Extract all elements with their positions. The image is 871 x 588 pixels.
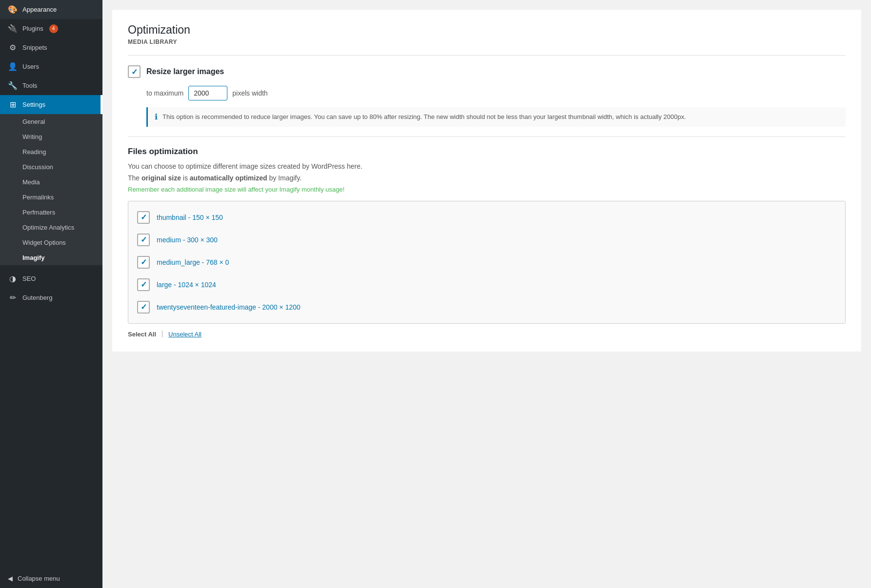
page-title: Optimization <box>128 23 846 37</box>
submenu-imagify[interactable]: Imagify <box>0 250 102 265</box>
desc2-auto: automatically optimized <box>190 174 267 182</box>
list-item: thumbnail - 150 × 150 <box>128 206 845 229</box>
sidebar: 🎨 Appearance 🔌 Plugins 4 ⚙ Snippets 👤 Us… <box>0 0 102 588</box>
file-name: thumbnail - 150 × 150 <box>157 214 223 221</box>
desc2-prefix: The <box>128 174 142 182</box>
sidebar-item-label: SEO <box>22 275 36 282</box>
sidebar-item-seo[interactable]: ◑ SEO <box>0 269 102 288</box>
submenu-optimize-analytics[interactable]: Optimize Analytics <box>0 220 102 235</box>
pixels-input[interactable] <box>188 86 227 100</box>
list-item: medium - 300 × 300 <box>128 229 845 251</box>
list-item: twentyseventeen-featured-image - 2000 × … <box>128 296 845 318</box>
desc2-suffix: by Imagify. <box>267 174 302 182</box>
sidebar-item-tools[interactable]: 🔧 Tools <box>0 76 102 95</box>
list-item: medium_large - 768 × 0 <box>128 251 845 274</box>
file-checkbox[interactable] <box>137 256 150 269</box>
plugins-icon: 🔌 <box>8 24 18 33</box>
sidebar-item-label: Plugins <box>22 25 43 32</box>
file-name: twentyseventeen-featured-image - 2000 × … <box>157 303 301 311</box>
to-maximum-label: to maximum <box>146 89 183 97</box>
file-checkbox[interactable] <box>137 234 150 246</box>
select-all-row: Select All Unselect All <box>128 324 846 338</box>
users-icon: 👤 <box>8 62 18 71</box>
appearance-icon: 🎨 <box>8 5 18 14</box>
desc2-middle: is <box>181 174 190 182</box>
content-wrapper: Optimization MEDIA LIBRARY Resize larger… <box>112 10 861 352</box>
pixels-suffix: pixels width <box>232 89 267 97</box>
file-checkbox[interactable] <box>137 278 150 291</box>
warning-text: Remember each additional image size will… <box>128 186 846 193</box>
sidebar-item-users[interactable]: 👤 Users <box>0 57 102 76</box>
file-name: medium_large - 768 × 0 <box>157 258 229 266</box>
info-text: This option is recommended to reduce lar… <box>162 112 686 122</box>
gutenberg-icon: ✏ <box>8 293 18 302</box>
tools-icon: 🔧 <box>8 81 18 90</box>
sidebar-item-snippets[interactable]: ⚙ Snippets <box>0 38 102 57</box>
submenu-widget-options[interactable]: Widget Options <box>0 235 102 250</box>
snippets-icon: ⚙ <box>8 43 18 52</box>
top-divider <box>128 55 846 56</box>
resize-label: Resize larger images <box>146 67 224 76</box>
sidebar-item-settings[interactable]: ⊞ Settings <box>0 95 102 114</box>
submenu-general[interactable]: General <box>0 114 102 129</box>
collapse-label: Collapse menu <box>18 575 60 582</box>
select-divider <box>162 331 162 337</box>
submenu-media[interactable]: Media <box>0 175 102 190</box>
file-name: large - 1024 × 1024 <box>157 281 216 289</box>
sidebar-item-label: Users <box>22 63 39 70</box>
file-checkbox[interactable] <box>137 211 150 224</box>
submenu-writing[interactable]: Writing <box>0 129 102 144</box>
collapse-icon: ◀ <box>8 575 13 582</box>
sidebar-item-label: Appearance <box>22 6 57 13</box>
submenu-permalinks[interactable]: Permalinks <box>0 190 102 205</box>
resize-pixels-row: to maximum pixels width <box>146 86 846 100</box>
files-desc2: The original size is automatically optim… <box>128 174 846 182</box>
section-label: MEDIA LIBRARY <box>128 39 846 45</box>
submenu-perfmatters[interactable]: Perfmatters <box>0 205 102 220</box>
collapse-menu[interactable]: ◀ Collapse menu <box>0 569 102 588</box>
sidebar-item-gutenberg[interactable]: ✏ Gutenberg <box>0 288 102 307</box>
desc2-bold: original size <box>142 174 181 182</box>
submenu-reading[interactable]: Reading <box>0 144 102 159</box>
resize-checkbox[interactable] <box>128 65 141 78</box>
select-all-button[interactable]: Select All <box>128 331 156 338</box>
unselect-all-button[interactable]: Unselect All <box>168 331 202 338</box>
submenu-discussion[interactable]: Discussion <box>0 159 102 175</box>
sidebar-item-appearance[interactable]: 🎨 Appearance <box>0 0 102 19</box>
settings-icon: ⊞ <box>8 100 18 109</box>
seo-icon: ◑ <box>8 274 18 283</box>
sidebar-item-plugins[interactable]: 🔌 Plugins 4 <box>0 19 102 38</box>
file-checkbox[interactable] <box>137 301 150 314</box>
file-list-scroll[interactable]: thumbnail - 150 × 150medium - 300 × 300m… <box>128 201 845 323</box>
sidebar-item-label: Tools <box>22 82 37 89</box>
settings-submenu: General Writing Reading Discussion Media… <box>0 114 102 265</box>
sidebar-item-label: Settings <box>22 101 45 108</box>
middle-divider <box>128 137 846 137</box>
files-desc1: You can choose to optimize different ima… <box>128 162 846 170</box>
sidebar-item-label: Snippets <box>22 44 47 51</box>
info-icon: ℹ <box>155 112 158 121</box>
file-list-box: thumbnail - 150 × 150medium - 300 × 300m… <box>128 201 846 324</box>
sidebar-item-label: Gutenberg <box>22 294 52 301</box>
plugins-badge: 4 <box>49 24 58 33</box>
resize-row: Resize larger images <box>128 65 846 78</box>
info-box: ℹ This option is recommended to reduce l… <box>146 107 846 127</box>
file-name: medium - 300 × 300 <box>157 236 218 244</box>
files-section-title: Files optimization <box>128 147 846 157</box>
main-content: Optimization MEDIA LIBRARY Resize larger… <box>102 0 871 588</box>
list-item: large - 1024 × 1024 <box>128 274 845 296</box>
